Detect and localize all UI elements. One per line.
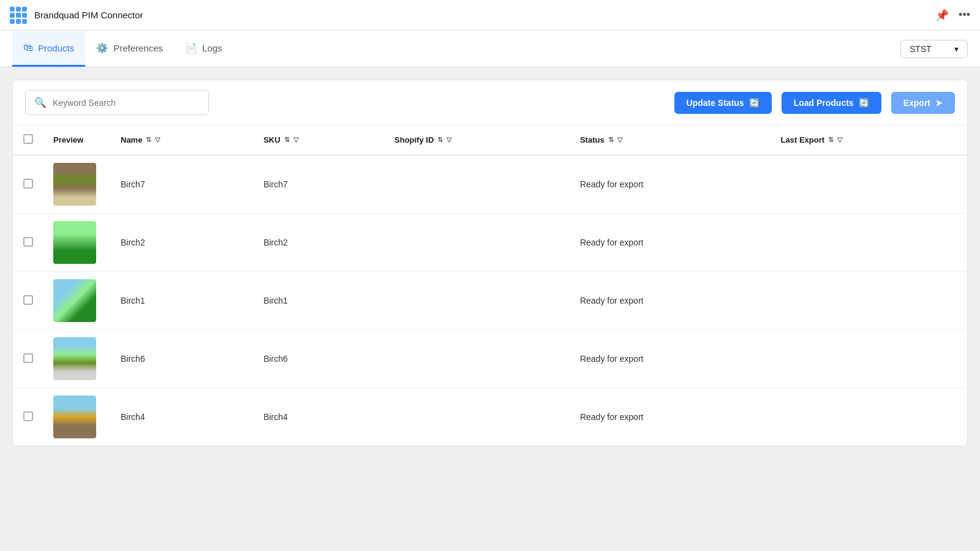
pin-icon[interactable]: 📌: [935, 9, 949, 22]
row-status: Ready for export: [570, 214, 771, 272]
preferences-tab-icon: ⚙️: [96, 42, 108, 54]
load-products-button[interactable]: Load Products 🔄: [782, 92, 881, 114]
select-all-cell: [13, 126, 43, 155]
status-filter-icon[interactable]: ▽: [617, 136, 622, 144]
sku-sort-icon[interactable]: ⇅: [284, 136, 290, 144]
shopify-id-sort-icon[interactable]: ⇅: [437, 136, 443, 144]
col-shopify-id[interactable]: Shopify ID ⇅ ▽: [385, 126, 570, 155]
logs-tab-label: Logs: [202, 43, 222, 53]
more-options-icon[interactable]: •••: [959, 9, 970, 21]
name-filter-icon[interactable]: ▽: [155, 136, 160, 144]
row-checkbox-cell: [13, 155, 43, 214]
load-products-label: Load Products: [794, 98, 854, 108]
row-shopify-id: [385, 214, 570, 272]
row-preview-cell: [43, 214, 111, 272]
app-title: Brandquad PIM Connector: [34, 10, 935, 20]
products-tab-label: Products: [38, 43, 74, 53]
status-sort-icon[interactable]: ⇅: [608, 136, 614, 144]
row-preview-cell: [43, 388, 111, 446]
row-name: Birch7: [111, 155, 254, 214]
row-status: Ready for export: [570, 155, 771, 214]
shopify-id-filter-icon[interactable]: ▽: [447, 136, 451, 144]
row-status: Ready for export: [570, 388, 771, 446]
update-status-label: Update Status: [687, 98, 744, 108]
row-preview-cell: [43, 330, 111, 388]
row-checkbox-2[interactable]: [23, 295, 33, 305]
store-selector-value: STST: [910, 44, 932, 54]
product-thumbnail: [53, 163, 96, 206]
row-last-export: [771, 155, 967, 214]
products-table: Preview Name ⇅ ▽ SKU: [13, 126, 967, 446]
table-row: Birch1 Birch1 Ready for export: [13, 272, 967, 330]
product-thumbnail: [53, 221, 96, 264]
row-name: Birch2: [111, 214, 254, 272]
row-last-export: [771, 388, 967, 446]
search-box[interactable]: 🔍: [25, 90, 209, 115]
col-name[interactable]: Name ⇅ ▽: [111, 126, 254, 155]
row-shopify-id: [385, 388, 570, 446]
row-last-export: [771, 272, 967, 330]
row-sku: Birch1: [254, 272, 385, 330]
row-preview-cell: [43, 272, 111, 330]
update-status-button[interactable]: Update Status 🔄: [674, 92, 772, 114]
last-export-sort-icon[interactable]: ⇅: [828, 136, 834, 144]
export-button[interactable]: Export ➤: [891, 92, 955, 114]
row-preview-cell: [43, 155, 111, 214]
row-name: Birch6: [111, 330, 254, 388]
select-all-checkbox[interactable]: [23, 134, 33, 144]
row-checkbox-cell: [13, 330, 43, 388]
row-status: Ready for export: [570, 330, 771, 388]
search-icon: 🔍: [34, 97, 47, 108]
tab-preferences[interactable]: ⚙️ Preferences: [85, 31, 174, 67]
table-row: Birch7 Birch7 Ready for export: [13, 155, 967, 214]
top-bar: Brandquad PIM Connector 📌 •••: [0, 0, 980, 31]
row-shopify-id: [385, 155, 570, 214]
row-sku: Birch4: [254, 388, 385, 446]
col-preview: Preview: [43, 126, 111, 155]
row-checkbox-cell: [13, 214, 43, 272]
col-name-label: Name: [121, 135, 142, 144]
tab-logs[interactable]: 📄 Logs: [174, 31, 233, 67]
table-row: Birch6 Birch6 Ready for export: [13, 330, 967, 388]
row-checkbox-cell: [13, 272, 43, 330]
app-grid-icon: [10, 7, 27, 24]
row-checkbox-0[interactable]: [23, 179, 33, 189]
last-export-filter-icon[interactable]: ▽: [837, 136, 842, 144]
row-checkbox-4[interactable]: [23, 411, 33, 421]
product-thumbnail: [53, 337, 96, 380]
table-row: Birch4 Birch4 Ready for export: [13, 388, 967, 446]
row-sku: Birch2: [254, 214, 385, 272]
row-checkbox-3[interactable]: [23, 353, 33, 363]
col-preview-label: Preview: [53, 135, 83, 144]
nav-bar: 🛍 Products ⚙️ Preferences 📄 Logs STST ▾: [0, 31, 980, 67]
col-sku-label: SKU: [263, 135, 280, 144]
col-status-label: Status: [580, 135, 605, 144]
col-shopify-id-label: Shopify ID: [394, 135, 434, 144]
store-selector[interactable]: STST ▾: [900, 40, 968, 58]
main-content: 🔍 Update Status 🔄 Load Products 🔄 Export…: [0, 67, 980, 551]
row-sku: Birch7: [254, 155, 385, 214]
name-sort-icon[interactable]: ⇅: [146, 136, 151, 144]
col-status[interactable]: Status ⇅ ▽: [570, 126, 771, 155]
load-products-icon: 🔄: [859, 98, 869, 108]
sku-filter-icon[interactable]: ▽: [293, 136, 298, 144]
update-status-icon: 🔄: [749, 98, 760, 108]
row-sku: Birch6: [254, 330, 385, 388]
row-name: Birch4: [111, 388, 254, 446]
row-checkbox-cell: [13, 388, 43, 446]
row-last-export: [771, 214, 967, 272]
nav-tabs: 🛍 Products ⚙️ Preferences 📄 Logs: [12, 31, 900, 67]
row-shopify-id: [385, 272, 570, 330]
search-input[interactable]: [53, 98, 200, 108]
row-last-export: [771, 330, 967, 388]
col-last-export-label: Last Export: [781, 135, 825, 144]
logs-tab-icon: 📄: [185, 42, 197, 54]
col-last-export[interactable]: Last Export ⇅ ▽: [771, 126, 967, 155]
export-label: Export: [903, 98, 930, 108]
row-shopify-id: [385, 330, 570, 388]
row-checkbox-1[interactable]: [23, 237, 33, 247]
tab-products[interactable]: 🛍 Products: [12, 31, 85, 67]
product-thumbnail: [53, 279, 96, 322]
preferences-tab-label: Preferences: [113, 43, 163, 53]
col-sku[interactable]: SKU ⇅ ▽: [254, 126, 385, 155]
